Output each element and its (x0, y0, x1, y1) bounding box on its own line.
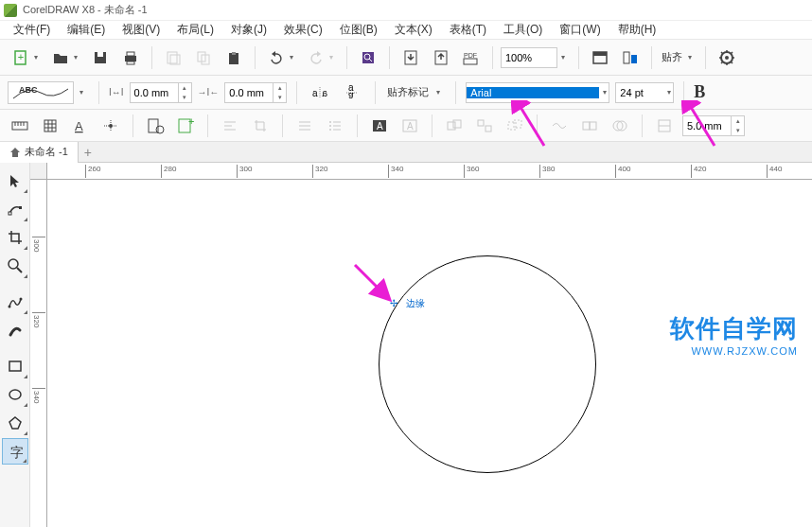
menu-file[interactable]: 文件(F) (6, 20, 58, 40)
snap-dropdown[interactable]: ▾ (688, 53, 697, 61)
shape-tool[interactable] (2, 196, 28, 222)
svg-point-61 (329, 125, 331, 127)
freehand-tool[interactable] (2, 289, 28, 315)
ellipse-tool[interactable] (2, 381, 28, 408)
offset-v-input[interactable]: ▴▾ (224, 82, 287, 103)
add-tab-button[interactable]: + (79, 143, 97, 162)
text-tool[interactable]: 字 (2, 438, 28, 465)
svg-point-85 (8, 306, 10, 308)
artistic-media-tool[interactable] (2, 317, 28, 343)
add-page-icon[interactable]: + (173, 114, 198, 138)
grid-icon[interactable] (38, 114, 62, 138)
menu-bitmap[interactable]: 位图(B) (332, 20, 385, 40)
mirror-h-button[interactable]: aa (307, 79, 333, 106)
offset-h-input[interactable]: ▴▾ (130, 82, 192, 103)
menu-help[interactable]: 帮助(H) (610, 20, 664, 40)
bold-button[interactable]: B (694, 82, 705, 102)
text-on-path-preview[interactable]: ABC (8, 81, 74, 104)
options-button[interactable] (714, 44, 740, 71)
mirror-v-button[interactable]: aa (339, 79, 365, 106)
watermark-url: WWW.RJZXW.COM (670, 345, 798, 357)
ruler-settings-icon[interactable] (8, 114, 32, 138)
guides-icon[interactable] (98, 114, 123, 138)
font-name-select[interactable]: ▾ (466, 82, 609, 103)
align-justify-icon[interactable] (292, 114, 317, 138)
ruler-tick: 320 (32, 312, 45, 327)
text-format-icon[interactable]: A (68, 114, 93, 138)
polygon-tool[interactable] (2, 410, 28, 436)
import-button[interactable] (397, 44, 424, 71)
new-doc-button[interactable]: + ▾ (8, 44, 44, 71)
ruler-tick: 400 (615, 165, 630, 178)
svg-point-88 (9, 390, 21, 399)
zoom-tool[interactable] (2, 253, 28, 279)
svg-point-86 (19, 298, 22, 301)
svg-text:a: a (348, 91, 354, 101)
ungroup-icon[interactable] (472, 114, 497, 138)
text-outline-icon[interactable]: A (397, 114, 422, 138)
snap-marks-dropdown[interactable]: ▾ (436, 88, 446, 97)
zoom-input[interactable] (501, 47, 557, 68)
svg-rect-3 (97, 52, 103, 57)
zoom-dropdown[interactable]: ▾ (561, 53, 571, 61)
nudge-input[interactable]: ▴▾ (682, 115, 745, 136)
fullscreen-button[interactable] (587, 44, 613, 71)
ruler-horizontal[interactable]: 260 280 300 320 340 360 380 400 420 440 (47, 163, 812, 180)
window-title: CorelDRAW X8 - 未命名 -1 (23, 3, 148, 17)
svg-point-63 (329, 129, 331, 131)
weld-icon[interactable] (547, 114, 572, 138)
open-button[interactable]: ▾ (47, 44, 83, 71)
paste-button[interactable] (221, 44, 247, 71)
doc-tab-1[interactable]: 未命名 -1 (0, 142, 79, 163)
list-icon[interactable] (323, 114, 347, 138)
trim-icon[interactable] (577, 114, 602, 138)
menu-view[interactable]: 视图(V) (115, 20, 168, 40)
menu-object[interactable]: 对象(J) (223, 20, 274, 40)
svg-text:a: a (312, 88, 318, 98)
svg-point-50 (156, 126, 164, 133)
menu-layout[interactable]: 布局(L) (169, 20, 221, 40)
combine-icon[interactable] (503, 114, 527, 138)
svg-rect-69 (448, 122, 455, 130)
ruler-vertical[interactable]: 300 320 340 (30, 180, 47, 527)
undo-button[interactable]: ▾ (263, 44, 299, 71)
pick-tool[interactable] (2, 167, 28, 194)
svg-rect-12 (232, 52, 236, 55)
redo-button: ▾ (303, 44, 339, 71)
menu-window[interactable]: 窗口(W) (552, 20, 608, 40)
search-button[interactable] (355, 44, 381, 71)
svg-rect-81 (9, 212, 11, 215)
ruler-tick: 340 (32, 388, 45, 403)
snap-marks-label: 贴齐标记 (385, 85, 431, 99)
doc-tab-label: 未命名 -1 (25, 145, 68, 159)
intersect-icon[interactable] (608, 114, 632, 138)
print-button[interactable] (117, 44, 144, 71)
font-size-select[interactable]: ▾ (615, 82, 674, 103)
canvas[interactable]: ✢ 边缘 软件自学网 WWW.RJZXW.COM (47, 180, 812, 527)
path-preset-dropdown[interactable]: ▾ (79, 88, 89, 97)
pdf-button[interactable]: PDF (458, 44, 485, 71)
ruler-origin[interactable] (30, 163, 47, 180)
crop-icon[interactable] (248, 114, 273, 138)
export-button[interactable] (428, 44, 454, 71)
menu-edit[interactable]: 编辑(E) (60, 20, 113, 40)
menu-table[interactable]: 表格(T) (442, 20, 494, 40)
menu-effect[interactable]: 效果(C) (276, 20, 330, 40)
page-setup-icon[interactable] (143, 114, 168, 138)
crop-tool[interactable] (2, 224, 28, 251)
show-rulers-button[interactable] (617, 44, 644, 71)
svg-text:ABC: ABC (19, 85, 38, 95)
svg-rect-72 (485, 126, 491, 132)
group-icon[interactable] (442, 114, 467, 138)
menu-text[interactable]: 文本(X) (387, 20, 440, 40)
svg-text:字: 字 (10, 445, 23, 459)
text-tool-icon[interactable]: A (367, 114, 392, 138)
save-button[interactable] (87, 44, 114, 71)
circle-shape[interactable] (379, 255, 596, 473)
align-left-icon[interactable] (218, 114, 242, 138)
watermark: 软件自学网 WWW.RJZXW.COM (670, 312, 798, 357)
svg-rect-82 (19, 206, 22, 209)
outline-width-icon[interactable] (652, 114, 677, 138)
rectangle-tool[interactable] (2, 353, 28, 379)
menu-tools[interactable]: 工具(O) (496, 20, 550, 40)
